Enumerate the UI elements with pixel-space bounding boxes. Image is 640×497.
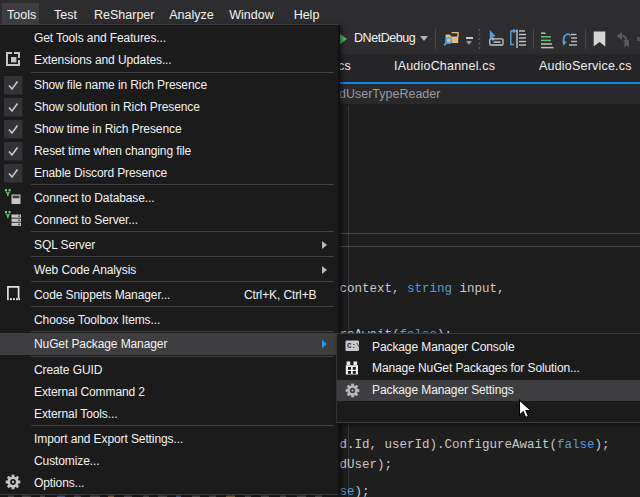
svg-text:C:\: C:\ xyxy=(347,342,360,350)
